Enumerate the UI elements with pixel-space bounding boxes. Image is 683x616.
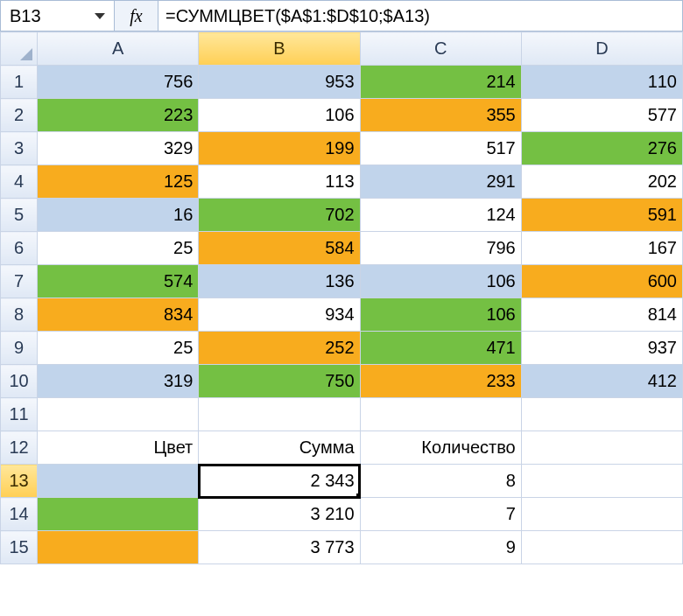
- name-box-dropdown-icon[interactable]: [95, 13, 105, 19]
- cell-B14[interactable]: 3 210: [199, 498, 360, 531]
- grid-row: 153 7739: [1, 531, 683, 564]
- row-header-12[interactable]: 12: [1, 431, 38, 465]
- row-header-11[interactable]: 11: [1, 398, 38, 431]
- cell-A14[interactable]: [38, 498, 199, 531]
- cell-D4[interactable]: 202: [521, 165, 682, 199]
- cell-A10[interactable]: 319: [38, 365, 199, 398]
- cell-C1[interactable]: 214: [360, 66, 521, 99]
- cell-B2[interactable]: 106: [199, 99, 360, 132]
- row-header-15[interactable]: 15: [1, 531, 38, 564]
- cell-D5[interactable]: 591: [521, 199, 682, 232]
- fx-button[interactable]: fx: [115, 1, 158, 31]
- grid-row: 10319750233412: [1, 365, 683, 398]
- row-header-4[interactable]: 4: [1, 165, 38, 199]
- cell-C3[interactable]: 517: [360, 132, 521, 165]
- grid-row: 11: [1, 398, 683, 431]
- cell-D1[interactable]: 110: [521, 66, 682, 99]
- cell-B5[interactable]: 702: [199, 199, 360, 232]
- cell-A9[interactable]: 25: [38, 332, 199, 365]
- grid-row: 8834934106814: [1, 298, 683, 332]
- grid-row: 12ЦветСуммаКоличество: [1, 431, 683, 465]
- cell-A7[interactable]: 574: [38, 265, 199, 298]
- row-header-2[interactable]: 2: [1, 99, 38, 132]
- column-header-row: A B C D: [1, 32, 683, 66]
- cell-C11[interactable]: [360, 398, 521, 431]
- cell-B7[interactable]: 136: [199, 265, 360, 298]
- cell-D15[interactable]: [521, 531, 682, 564]
- row-header-8[interactable]: 8: [1, 298, 38, 332]
- row-header-3[interactable]: 3: [1, 132, 38, 165]
- fx-label: fx: [130, 6, 142, 26]
- row-header-5[interactable]: 5: [1, 199, 38, 232]
- cell-B4[interactable]: 113: [199, 165, 360, 199]
- cell-B3[interactable]: 199: [199, 132, 360, 165]
- spreadsheet-grid[interactable]: A B C D 17569532141102223106355577332919…: [0, 32, 683, 564]
- formula-bar: B13 fx: [0, 0, 683, 32]
- cell-C14[interactable]: 7: [360, 498, 521, 531]
- col-header-D[interactable]: D: [521, 32, 682, 66]
- cell-D11[interactable]: [521, 398, 682, 431]
- cell-B13[interactable]: 2 343: [199, 465, 360, 498]
- row-header-10[interactable]: 10: [1, 365, 38, 398]
- cell-A15[interactable]: [38, 531, 199, 564]
- col-header-B[interactable]: B: [199, 32, 360, 66]
- cell-C7[interactable]: 106: [360, 265, 521, 298]
- cell-C5[interactable]: 124: [360, 199, 521, 232]
- cell-C15[interactable]: 9: [360, 531, 521, 564]
- cell-A3[interactable]: 329: [38, 132, 199, 165]
- cell-B10[interactable]: 750: [199, 365, 360, 398]
- cell-C8[interactable]: 106: [360, 298, 521, 332]
- cell-C4[interactable]: 291: [360, 165, 521, 199]
- col-header-A[interactable]: A: [38, 32, 199, 66]
- name-box-value: B13: [10, 6, 95, 26]
- cell-A2[interactable]: 223: [38, 99, 199, 132]
- cell-A4[interactable]: 125: [38, 165, 199, 199]
- cell-A1[interactable]: 756: [38, 66, 199, 99]
- cell-A11[interactable]: [38, 398, 199, 431]
- select-all-corner[interactable]: [1, 32, 38, 66]
- cell-D7[interactable]: 600: [521, 265, 682, 298]
- row-header-9[interactable]: 9: [1, 332, 38, 365]
- cell-D2[interactable]: 577: [521, 99, 682, 132]
- cell-A13[interactable]: [38, 465, 199, 498]
- cell-D6[interactable]: 167: [521, 232, 682, 265]
- cell-B12[interactable]: Сумма: [199, 431, 360, 465]
- grid-row: 4125113291202: [1, 165, 683, 199]
- cell-C13[interactable]: 8: [360, 465, 521, 498]
- grid-row: 3329199517276: [1, 132, 683, 165]
- cell-A5[interactable]: 16: [38, 199, 199, 232]
- cell-B15[interactable]: 3 773: [199, 531, 360, 564]
- cell-C6[interactable]: 796: [360, 232, 521, 265]
- cell-C2[interactable]: 355: [360, 99, 521, 132]
- row-header-14[interactable]: 14: [1, 498, 38, 531]
- cell-B9[interactable]: 252: [199, 332, 360, 365]
- cell-B8[interactable]: 934: [199, 298, 360, 332]
- cell-D13[interactable]: [521, 465, 682, 498]
- row-header-6[interactable]: 6: [1, 232, 38, 265]
- cell-A6[interactable]: 25: [38, 232, 199, 265]
- cell-B1[interactable]: 953: [199, 66, 360, 99]
- formula-input[interactable]: [158, 1, 682, 31]
- grid-row: 625584796167: [1, 232, 683, 265]
- cell-A8[interactable]: 834: [38, 298, 199, 332]
- row-header-7[interactable]: 7: [1, 265, 38, 298]
- name-box[interactable]: B13: [1, 1, 115, 31]
- cell-D9[interactable]: 937: [521, 332, 682, 365]
- cell-C10[interactable]: 233: [360, 365, 521, 398]
- cell-D12[interactable]: [521, 431, 682, 465]
- col-header-C[interactable]: C: [360, 32, 521, 66]
- cell-D3[interactable]: 276: [521, 132, 682, 165]
- row-header-13[interactable]: 13: [1, 465, 38, 498]
- cell-D14[interactable]: [521, 498, 682, 531]
- grid-row: 143 2107: [1, 498, 683, 531]
- grid-row: 2223106355577: [1, 99, 683, 132]
- cell-C12[interactable]: Количество: [360, 431, 521, 465]
- cell-B6[interactable]: 584: [199, 232, 360, 265]
- cell-A12[interactable]: Цвет: [38, 431, 199, 465]
- cell-C9[interactable]: 471: [360, 332, 521, 365]
- grid-row: 925252471937: [1, 332, 683, 365]
- row-header-1[interactable]: 1: [1, 66, 38, 99]
- cell-D10[interactable]: 412: [521, 365, 682, 398]
- cell-D8[interactable]: 814: [521, 298, 682, 332]
- cell-B11[interactable]: [199, 398, 360, 431]
